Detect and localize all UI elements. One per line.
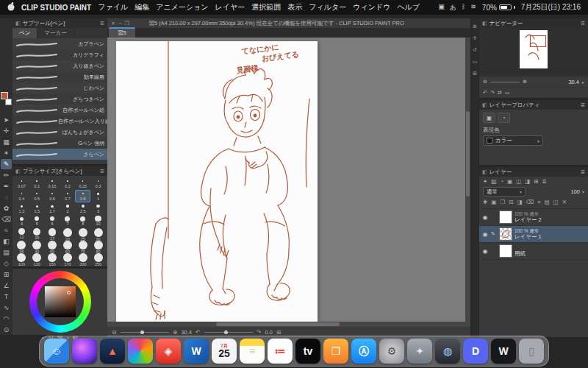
brush-size-cell[interactable]: 1.2	[14, 202, 29, 215]
menu-item[interactable]: アニメーション	[156, 2, 208, 13]
h-scrollbar[interactable]	[107, 322, 470, 327]
rotate-ccw-icon[interactable]: ↶	[196, 329, 201, 336]
brush-size-cell[interactable]: 0.1	[29, 177, 45, 190]
tool-move-layer[interactable]: ✛	[1, 126, 12, 136]
subtool-item[interactable]: 自作ボールペン絵	[12, 105, 107, 116]
blend-mode-select[interactable]: 通常 ▾	[483, 187, 526, 197]
layer-palette-icon[interactable]: ⊞	[534, 178, 538, 185]
status-icon[interactable]: ≋	[470, 3, 476, 13]
subtool-item[interactable]: 入り抜きペン	[12, 60, 107, 71]
rotate-cw-icon[interactable]: ↷	[257, 329, 262, 336]
layer-palette-icon[interactable]: ◔	[500, 178, 503, 185]
tool-decoration[interactable]: ✿	[1, 203, 12, 213]
zoom-in-icon[interactable]: ⊕	[173, 329, 178, 336]
zoom-slider[interactable]	[121, 332, 169, 333]
brush-size-cell[interactable]: 10	[90, 215, 106, 227]
brush-size-cell[interactable]: 60	[60, 240, 76, 252]
layer-action-icon[interactable]: ▤	[545, 199, 550, 205]
brush-size-cell[interactable]: 0.5	[29, 190, 45, 202]
brush-size-cell[interactable]: 25	[75, 227, 90, 240]
brush-size-cell[interactable]: 200	[75, 252, 90, 265]
brush-size-cell[interactable]: 120	[29, 252, 45, 265]
layer-action-icon[interactable]: ◫	[553, 199, 559, 205]
color-wheel[interactable]	[29, 271, 91, 333]
menu-item[interactable]: レイヤー	[215, 2, 245, 13]
tool-auto-select[interactable]: ✶	[1, 148, 12, 158]
tool-text[interactable]: T	[1, 291, 12, 302]
tool-blend[interactable]: ≈	[1, 225, 12, 236]
subtool-item[interactable]: カリグラフィ	[12, 49, 107, 60]
brush-size-cell[interactable]: 0.7	[60, 190, 76, 202]
menu-item[interactable]: 表示	[287, 2, 302, 13]
brush-size-cell[interactable]: 1.7	[45, 202, 60, 215]
navigator-viewport-rect[interactable]	[530, 35, 546, 47]
layer-action-icon[interactable]: ◨	[517, 199, 522, 205]
brush-size-cell[interactable]: 170	[60, 252, 76, 265]
dock-icon-notes[interactable]: ≡	[240, 339, 265, 364]
dock-icon-siri[interactable]	[72, 339, 97, 364]
menu-item[interactable]: ヘルプ	[397, 2, 420, 13]
rotation-slider[interactable]	[204, 332, 253, 333]
background-color-chip[interactable]	[5, 99, 12, 105]
layer-row[interactable]: ◉ ✎ 100 % 通常 レイヤー 2	[479, 209, 588, 226]
brush-size-cell[interactable]: 6	[45, 215, 60, 227]
dock-icon-books[interactable]: ❐	[323, 339, 348, 364]
brush-size-cell[interactable]: 0.4	[14, 190, 29, 202]
canvas-tab[interactable]: 習5	[109, 27, 135, 38]
brush-size-cell[interactable]: 15	[29, 227, 45, 240]
dock-icon-launchpad[interactable]: ▲	[100, 339, 125, 364]
color-chips[interactable]	[1, 92, 12, 105]
layer-action-icon[interactable]: ✚	[483, 199, 487, 205]
dock-icon-red-app[interactable]: ◈	[156, 339, 181, 364]
layer-thumbnail[interactable]	[499, 210, 512, 224]
canvas-titlebar[interactable]: ✕─❐ 習5 (A4 210.00 x 297.00mm 350dpi 30.4…	[107, 18, 470, 28]
dock-icon-word[interactable]: W	[184, 339, 209, 364]
tool-gradient[interactable]: ▤	[1, 247, 12, 258]
v-scrollbar[interactable]	[465, 38, 470, 322]
dock-icon-tv[interactable]: tv	[295, 339, 320, 364]
menu-item[interactable]: フィルター	[309, 2, 346, 13]
layer-action-icon[interactable]: ✕	[562, 199, 567, 205]
brush-size-cell[interactable]: 70	[75, 240, 90, 252]
status-icon[interactable]: ᛒ	[462, 3, 465, 13]
layer-palette-icon[interactable]: ✦	[483, 178, 487, 185]
subtool-item[interactable]: ばんちょがきペン	[12, 127, 107, 138]
tool-eraser[interactable]: ⌫	[1, 214, 12, 224]
layer-row[interactable]: ◉ ✎ 100 % 通常 レイヤー 1	[479, 226, 588, 243]
status-icon[interactable]: ▣	[438, 3, 445, 13]
layer-palette-icon[interactable]: ▣	[507, 178, 512, 185]
brush-size-cell[interactable]: 3	[90, 202, 106, 215]
zoom-out-icon[interactable]: ⊖	[112, 329, 117, 336]
subtool-item[interactable]: Gペン 強弱	[12, 138, 107, 149]
dock-icon-discord[interactable]: D	[463, 339, 488, 364]
brush-size-cell[interactable]: 35	[14, 240, 29, 252]
panel-menu-icon[interactable]: ≣	[581, 169, 585, 175]
quick-strip-icon[interactable]: ✛	[473, 35, 477, 41]
dock-icon-appstore[interactable]: Ⓐ	[351, 339, 376, 364]
panel-menu-icon[interactable]: ≣	[100, 20, 104, 26]
subtool-item[interactable]: さらペン	[12, 149, 107, 160]
brush-size-cell[interactable]: 4	[14, 215, 29, 227]
eye-icon[interactable]: ◉	[481, 231, 489, 238]
brush-size-cell[interactable]: 0.8	[75, 190, 90, 202]
brush-size-cell[interactable]: 12	[14, 227, 29, 240]
menu-item[interactable]: 編集	[135, 2, 149, 13]
navigator-zoom-out-icon[interactable]: ⊖	[483, 79, 487, 85]
brush-size-cell[interactable]: 250	[90, 252, 106, 265]
layer-thumbnail[interactable]	[499, 244, 512, 258]
window-control-icon[interactable]: ─	[118, 21, 122, 26]
menu-item[interactable]: 選択範囲	[251, 2, 281, 13]
canvas-page[interactable]: てなにかにおびえてる見習様	[116, 41, 318, 322]
navigator-rotate-icon[interactable]: ↶	[483, 90, 487, 96]
v-scrollbar-thumb[interactable]	[466, 111, 470, 197]
tool-fill[interactable]: ◧	[1, 236, 12, 247]
panel-menu-icon[interactable]: ≣	[100, 168, 104, 174]
quick-strip-icon[interactable]: ⊞	[473, 71, 477, 77]
navigator-zoom-slider[interactable]	[490, 82, 520, 82]
layer-action-icon[interactable]: ❐	[500, 199, 505, 205]
subtool-tab[interactable]: マーカー	[37, 28, 74, 38]
brush-size-cell[interactable]: 80	[90, 240, 106, 252]
navigator-thumbnail[interactable]	[520, 30, 548, 68]
dock-icon-dark-app[interactable]: ◍	[435, 339, 460, 364]
layer-palette-icon[interactable]: ◨	[525, 178, 530, 185]
